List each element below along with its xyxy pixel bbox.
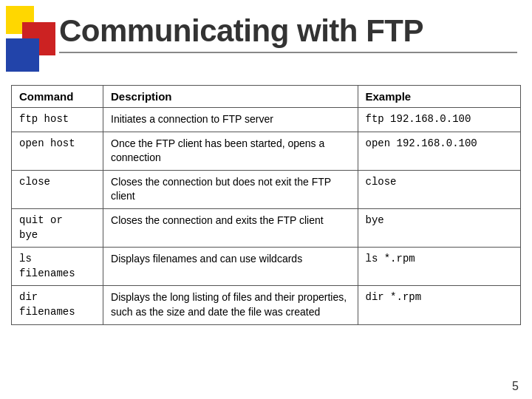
ftp-commands-table: Command Description Example ftp hostInit… (11, 85, 521, 325)
cell-command: lsfilenames (12, 248, 103, 286)
header-description: Description (103, 86, 358, 108)
table-row: closeCloses the connection but does not … (12, 170, 521, 208)
table-row: open hostOnce the FTP client has been st… (12, 132, 521, 170)
cell-description: Displays filenames and can use wildcards (103, 248, 358, 286)
table-row: quit orbyeCloses the connection and exit… (12, 208, 521, 247)
cell-example: close (358, 170, 520, 208)
cell-example: bye (358, 208, 520, 247)
table-row: lsfilenamesDisplays filenames and can us… (12, 248, 521, 286)
table-container: Command Description Example ftp hostInit… (11, 85, 521, 377)
slide-number: 5 (512, 380, 519, 393)
page-title: Communicating with FTP (59, 13, 517, 49)
cell-description: Closes the connection but does not exit … (103, 170, 358, 208)
cell-description: Displays the long listing of files and t… (103, 286, 358, 324)
title-area: Communicating with FTP (59, 13, 517, 53)
cell-command: open host (12, 132, 103, 170)
cell-example: ftp 192.168.0.100 (358, 108, 520, 132)
table-header-row: Command Description Example (12, 86, 521, 108)
table-row: ftp hostInitiates a connection to FTP se… (12, 108, 521, 132)
cell-description: Initiates a connection to FTP server (103, 108, 358, 132)
header-command: Command (12, 86, 103, 108)
cell-example: dir *.rpm (358, 286, 520, 324)
header-example: Example (358, 86, 520, 108)
corner-blue-block (6, 38, 39, 72)
cell-command: dirfilenames (12, 286, 103, 324)
cell-command: ftp host (12, 108, 103, 132)
cell-example: open 192.168.0.100 (358, 132, 520, 170)
title-underline (59, 52, 517, 53)
cell-command: close (12, 170, 103, 208)
table-row: dirfilenamesDisplays the long listing of… (12, 286, 521, 324)
cell-example: ls *.rpm (358, 248, 520, 286)
cell-description: Once the FTP client has been started, op… (103, 132, 358, 170)
corner-decoration (0, 0, 52, 81)
cell-description: Closes the connection and exits the FTP … (103, 208, 358, 247)
cell-command: quit orbye (12, 208, 103, 247)
